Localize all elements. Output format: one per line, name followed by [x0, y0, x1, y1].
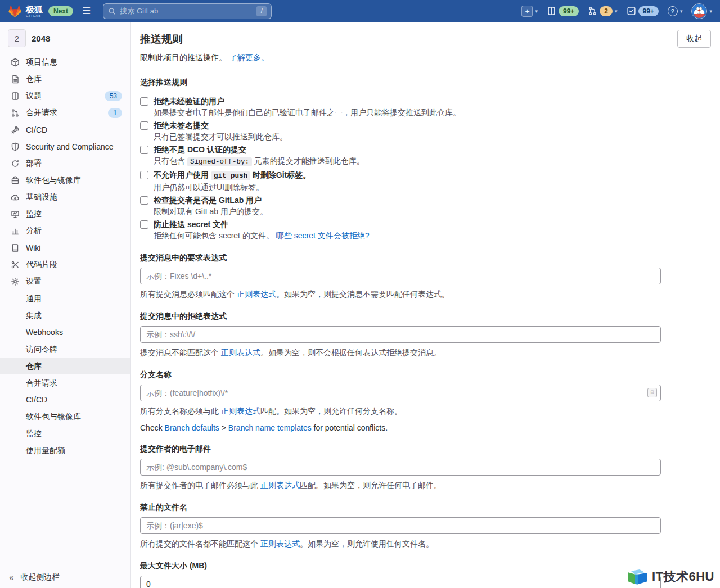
next-badge: Next — [48, 6, 73, 16]
project-sidebar: 2 2048 项目信息 仓库 议题 53 合并请求 1 CI/CD Securi… — [0, 22, 130, 588]
sidebar-item-snippets[interactable]: 代码片段 — [0, 256, 130, 273]
settings-submenu-repository[interactable]: 仓库 — [0, 358, 130, 374]
top-navbar: 极狐 GITLAB Next ☰ / + ▾ 99+ — [0, 0, 720, 22]
rule-checkbox-deny-delete-tag[interactable] — [140, 171, 148, 179]
double-chevron-left-icon: « — [9, 572, 14, 582]
brand[interactable]: 极狐 GITLAB — [8, 4, 43, 18]
sidebar-item-analytics[interactable]: 分析 — [0, 223, 130, 239]
sidebar-item-security-compliance[interactable]: Security and Compliance — [0, 138, 130, 155]
chevron-down-icon: ▾ — [535, 8, 538, 14]
prohibited-filenames-input[interactable] — [140, 517, 661, 534]
project-context-header: 2 2048 — [0, 22, 130, 54]
settings-submenu-packages[interactable]: 软件包与镜像库 — [0, 408, 130, 425]
watermark-text: IT技术6HU — [652, 568, 714, 585]
regex-link[interactable]: 正则表达式 — [260, 539, 300, 548]
settings-submenu-usage-quotas[interactable]: 使用量配额 — [0, 442, 130, 459]
project-name[interactable]: 2048 — [32, 34, 50, 43]
chart-icon — [11, 227, 20, 236]
issues-icon — [11, 92, 20, 101]
max-file-size-input[interactable] — [140, 576, 661, 588]
secret-files-link[interactable]: 哪些 secret 文件会被拒绝? — [276, 231, 370, 240]
cloud-gear-icon — [11, 193, 20, 202]
merge-request-icon — [11, 108, 20, 117]
regex-link[interactable]: 正则表达式 — [221, 406, 260, 415]
rule-prevent-secrets: 防止推送 secret 文件 拒绝任何可能包含 secret 的文件。 哪些 s… — [140, 219, 711, 241]
help-icon: ? — [668, 6, 678, 16]
project-avatar[interactable]: 2 — [8, 29, 26, 47]
issues-count-badge: 53 — [105, 91, 122, 101]
search-shortcut-key: / — [256, 6, 267, 16]
sidebar-item-cicd[interactable]: CI/CD — [0, 121, 130, 138]
sidebar-item-monitor[interactable]: 监控 — [0, 206, 130, 223]
todo-check-icon — [627, 6, 636, 16]
rule-checkbox-check-gitlab-user[interactable] — [140, 196, 148, 205]
rule-checkbox-reject-non-dco-commits[interactable] — [140, 146, 148, 154]
regex-link[interactable]: 正则表达式 — [221, 348, 260, 357]
cube-icon — [11, 58, 20, 67]
document-icon — [11, 75, 20, 84]
shield-icon — [11, 142, 20, 151]
settings-submenu-monitor[interactable]: 监控 — [0, 425, 130, 442]
merge-requests-menu-button[interactable]: 2 ▾ — [588, 6, 617, 16]
rule-checkbox-reject-unsigned-commits[interactable] — [140, 121, 148, 130]
user-avatar — [692, 4, 706, 19]
issues-menu-button[interactable]: 99+ — [547, 6, 579, 16]
main-content: 推送规则 收起 限制此项目的推送操作。了解更多。 选择推送规则 拒绝未经验证的用… — [130, 22, 720, 588]
sidebar-item-infrastructure[interactable]: 基础设施 — [0, 189, 130, 206]
collapse-sidebar-button[interactable]: « 收起侧边栏 — [0, 566, 130, 588]
mr-count-badge: 1 — [108, 108, 122, 118]
settings-submenu-integrations[interactable]: 集成 — [0, 307, 130, 324]
settings-submenu-access-tokens[interactable]: 访问令牌 — [0, 341, 130, 358]
learn-more-link[interactable]: 了解更多。 — [230, 53, 269, 62]
sidebar-item-settings[interactable]: 设置 — [0, 273, 130, 290]
collapse-section-button[interactable]: 收起 — [677, 30, 711, 48]
settings-submenu-merge-requests[interactable]: 合并请求 — [0, 374, 130, 391]
brand-subtitle: GITLAB — [26, 14, 43, 17]
help-menu-button[interactable]: ? ▾ — [668, 6, 683, 16]
rejected-commit-message-input[interactable] — [140, 326, 661, 343]
circular-arrow-icon — [11, 159, 20, 168]
monitor-icon — [11, 210, 20, 219]
mr-count-badge: 2 — [600, 6, 613, 16]
settings-submenu-webhooks[interactable]: Webhooks — [0, 324, 130, 341]
search-input[interactable] — [120, 7, 253, 15]
new-menu-button[interactable]: + ▾ — [521, 6, 538, 17]
branch-defaults-link[interactable]: Branch defaults — [165, 423, 219, 432]
search-icon — [108, 7, 116, 15]
rule-checkbox-reject-unverified-users[interactable] — [140, 97, 148, 106]
sidebar-item-issues[interactable]: 议题 53 — [0, 88, 130, 105]
sidebar-item-deployments[interactable]: 部署 — [0, 155, 130, 172]
sidebar-item-repository[interactable]: 仓库 — [0, 71, 130, 88]
rule-reject-unverified-users: 拒绝未经验证的用户 如果提交者电子邮件是他们自己的已验证电子邮件之一，用户只能将… — [140, 96, 711, 118]
page-title: 推送规则 — [140, 30, 183, 47]
watermark-book-icon — [627, 568, 648, 586]
sidebar-item-packages[interactable]: 软件包与镜像库 — [0, 172, 130, 189]
field-max-file-size: 最大文件大小 (MB) 拒绝等于或大于此大小的文件。如果设置为 0，则允许任何大… — [140, 561, 661, 588]
user-menu-button[interactable]: ▾ — [691, 3, 712, 19]
settings-submenu-cicd[interactable]: CI/CD — [0, 391, 130, 408]
global-search[interactable]: / — [103, 3, 272, 19]
rule-deny-delete-tag: 不允许用户使用 git push 时删除Git标签。 用户仍然可以通过UI删除标… — [140, 169, 711, 193]
sidebar-item-project-info[interactable]: 项目信息 — [0, 54, 130, 71]
sidebar-item-wiki[interactable]: Wiki — [0, 239, 130, 256]
merge-request-icon — [588, 6, 597, 16]
required-commit-message-input[interactable] — [140, 268, 661, 284]
branch-name-input[interactable] — [140, 385, 661, 401]
settings-submenu-general[interactable]: 通用 — [0, 290, 130, 307]
field-prohibited-filenames: 禁止的文件名 所有提交的文件名都不能匹配这个 正则表达式。如果为空，则允许使用任… — [140, 503, 661, 549]
book-icon — [11, 243, 20, 252]
git-push-code: git push — [211, 171, 250, 180]
rocket-icon — [11, 125, 20, 134]
extension-overlay-icon: ⌸ — [647, 388, 657, 397]
todos-menu-button[interactable]: 99+ — [627, 6, 659, 16]
sidebar-item-merge-requests[interactable]: 合并请求 1 — [0, 105, 130, 121]
rule-checkbox-prevent-secrets[interactable] — [140, 220, 148, 229]
rule-check-gitlab-user: 检查提交者是否是 GitLab 用户 限制对现有 GitLab 用户的提交。 — [140, 195, 711, 217]
commit-author-email-input[interactable] — [140, 459, 661, 476]
field-required-commit-message: 提交消息中的要求表达式 所有提交消息必须匹配这个 正则表达式。如果为空，则提交消… — [140, 253, 661, 300]
field-commit-author-email: 提交作者的电子邮件 所有提交作者的电子邮件必须与此 正则表达式匹配。如果为空，则… — [140, 444, 661, 491]
hamburger-menu-icon[interactable]: ☰ — [79, 5, 94, 17]
regex-link[interactable]: 正则表达式 — [237, 290, 276, 298]
regex-link[interactable]: 正则表达式 — [260, 481, 300, 490]
branch-name-templates-link[interactable]: Branch name templates — [228, 423, 312, 432]
